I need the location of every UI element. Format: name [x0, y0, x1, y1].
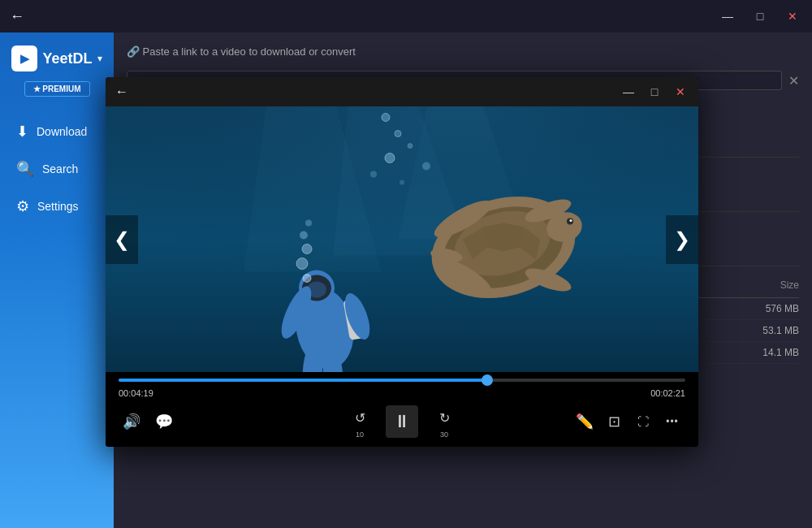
svg-point-34: [303, 275, 311, 283]
controls-row: 🔊 💬 ↺ 10 ⏸: [119, 405, 685, 439]
sidebar-item-settings[interactable]: ⚙ Settings: [0, 188, 114, 225]
play-pause-icon: ⏸: [393, 411, 411, 432]
play-pause-button[interactable]: ⏸: [386, 405, 418, 438]
right-controls: ✏️ ⊡ ⛶ •••: [572, 409, 685, 435]
current-time: 00:04:19: [119, 388, 153, 398]
title-bar-right: — □ ✕: [718, 6, 802, 26]
size-cell: 53.1 MB: [762, 325, 799, 336]
svg-point-9: [370, 171, 377, 178]
skip-fwd-wrapper: ↻ 30: [431, 405, 457, 439]
player-maximize-button[interactable]: □: [646, 84, 663, 100]
title-bar-left: ←: [10, 8, 24, 25]
minimize-button[interactable]: —: [718, 6, 737, 26]
logo-icon: ▶: [11, 45, 37, 71]
maximize-button[interactable]: □: [750, 6, 770, 26]
dismiss-button[interactable]: ✕: [788, 73, 799, 89]
svg-point-8: [408, 144, 412, 149]
svg-point-36: [302, 245, 312, 254]
fullscreen-button[interactable]: ⛶: [630, 409, 656, 435]
player-titlebar: ← — □ ✕: [106, 77, 698, 106]
time-display: 00:04:19 00:02:21: [119, 388, 685, 398]
progress-bar[interactable]: [119, 379, 685, 382]
back-button[interactable]: ←: [10, 8, 24, 25]
svg-point-38: [305, 220, 312, 227]
more-button[interactable]: •••: [659, 409, 685, 435]
pip-button[interactable]: ⊡: [601, 409, 627, 435]
media-player: ← — □ ✕: [106, 77, 698, 447]
skip-back-button[interactable]: ↺: [347, 405, 373, 431]
player-next-button[interactable]: ❯: [666, 215, 698, 264]
svg-point-11: [422, 162, 430, 171]
left-controls: 🔊 💬: [119, 409, 177, 435]
player-back-button[interactable]: ←: [115, 84, 128, 99]
title-bar: ← — □ ✕: [0, 0, 812, 32]
logo-text: YeetDL: [42, 50, 92, 67]
progress-thumb[interactable]: [482, 374, 493, 386]
size-cell: 14.1 MB: [762, 347, 799, 358]
col-size-header: Size: [734, 279, 799, 291]
premium-badge[interactable]: ★ PREMIUM: [24, 81, 90, 97]
svg-point-5: [385, 154, 395, 163]
skip-back-wrapper: ↺ 10: [347, 405, 373, 439]
settings-icon: ⚙: [16, 197, 29, 215]
skip-fwd-icon: ↻: [439, 410, 450, 426]
svg-point-7: [382, 114, 390, 122]
video-area[interactable]: ❮ ❯: [106, 106, 698, 372]
download-icon: ⬇: [16, 123, 28, 141]
subtitles-icon: 💬: [155, 413, 173, 431]
player-window-controls: — □ ✕: [620, 84, 689, 100]
remaining-time: 00:02:21: [650, 388, 685, 398]
svg-point-10: [400, 180, 404, 185]
svg-point-35: [296, 258, 308, 270]
sidebar-item-search[interactable]: 🔍 Search: [0, 150, 114, 188]
pip-icon: ⊡: [608, 413, 620, 431]
more-icon: •••: [666, 416, 679, 427]
volume-icon: 🔊: [123, 413, 140, 431]
player-controls: 00:04:19 00:02:21 🔊 💬 ↺: [106, 372, 698, 447]
logo-dropdown-arrow[interactable]: ▾: [97, 53, 102, 64]
player-minimize-button[interactable]: —: [620, 84, 637, 100]
annotate-icon: ✏️: [576, 413, 594, 431]
skip-back-label: 10: [356, 431, 364, 439]
sidebar-item-search-label: Search: [42, 162, 78, 175]
sidebar: ▶ YeetDL ▾ ★ PREMIUM ⬇ Download 🔍 Search…: [0, 32, 114, 528]
annotate-button[interactable]: ✏️: [572, 409, 598, 435]
url-hint: 🔗 Paste a link to a video to download or…: [127, 45, 356, 58]
logo-area: ▶ YeetDL ▾: [2, 45, 111, 71]
fullscreen-icon: ⛶: [637, 415, 649, 428]
svg-point-17: [570, 219, 572, 222]
search-icon: 🔍: [16, 160, 34, 178]
sidebar-item-download-label: Download: [37, 125, 87, 138]
sidebar-item-download[interactable]: ⬇ Download: [0, 113, 114, 150]
svg-point-37: [300, 232, 308, 240]
volume-button[interactable]: 🔊: [119, 409, 145, 435]
close-button[interactable]: ✕: [783, 6, 802, 26]
sidebar-item-settings-label: Settings: [37, 200, 79, 213]
size-cell: 576 MB: [766, 303, 799, 314]
url-bar: 🔗 Paste a link to a video to download or…: [127, 45, 799, 58]
player-prev-button[interactable]: ❮: [106, 215, 138, 264]
player-close-button[interactable]: ✕: [672, 84, 689, 100]
svg-point-6: [395, 131, 401, 137]
skip-back-icon: ↺: [355, 410, 365, 426]
skip-fwd-label: 30: [440, 431, 448, 439]
app-window: ← — □ ✕ ▶ YeetDL ▾ ★ PREMIUM ⬇ Download …: [0, 0, 812, 528]
subtitles-button[interactable]: 💬: [151, 409, 177, 435]
skip-fwd-button[interactable]: ↻: [431, 405, 457, 431]
